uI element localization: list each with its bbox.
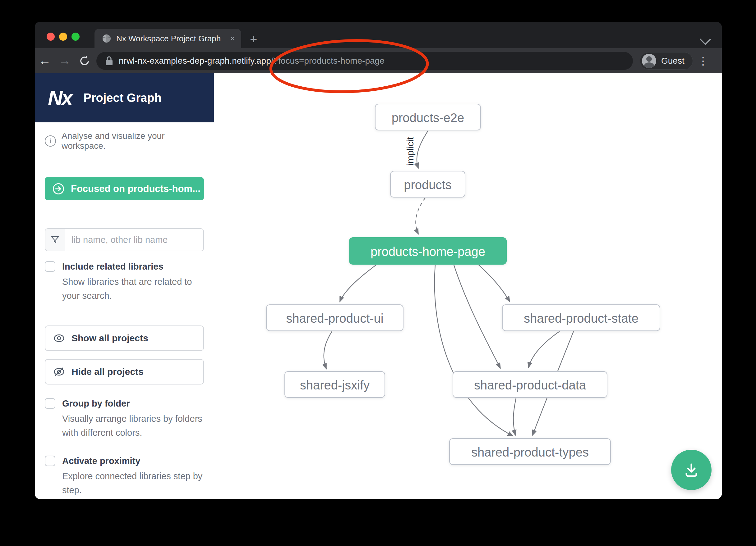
edge-home-types bbox=[435, 265, 513, 436]
download-icon bbox=[682, 461, 701, 479]
activate-proximity-checkbox[interactable] bbox=[45, 456, 55, 466]
include-related-description: Show libraries that are related to your … bbox=[62, 275, 204, 303]
group-by-folder-checkbox[interactable] bbox=[45, 398, 55, 409]
eye-icon bbox=[53, 334, 65, 342]
app-title: Project Graph bbox=[83, 91, 161, 105]
filter-input[interactable] bbox=[65, 229, 203, 251]
url-path: /?focus=products-home-page bbox=[271, 56, 385, 66]
edge-home-state bbox=[479, 265, 510, 302]
graph-node-shared-product-ui[interactable]: shared-product-ui bbox=[266, 304, 403, 331]
edge-home-ui bbox=[340, 265, 376, 302]
browser-window: Nx Workspace Project Graph × + ← → bbox=[35, 22, 722, 499]
tab-close-icon[interactable]: × bbox=[230, 34, 235, 44]
address-bar[interactable]: nrwl-nx-examples-dep-graph.netlify.app/?… bbox=[96, 52, 633, 70]
focused-on-button[interactable]: Focused on products-hom... bbox=[45, 177, 204, 200]
url-text: nrwl-nx-examples-dep-graph.netlify.app/?… bbox=[119, 56, 385, 66]
activate-proximity-label: Activate proximity bbox=[62, 455, 204, 467]
tagline-text: Analyse and visualize your workspace. bbox=[62, 131, 204, 151]
arrow-right-circle-icon bbox=[52, 183, 65, 195]
edge-ui-jsxify bbox=[324, 331, 332, 369]
funnel-icon bbox=[45, 229, 65, 251]
graph-node-shared-product-data[interactable]: shared-product-data bbox=[453, 371, 607, 398]
include-related-checkbox[interactable] bbox=[45, 261, 55, 272]
browser-menu-button[interactable]: ⋮ bbox=[693, 55, 713, 67]
graph-node-shared-product-state[interactable]: shared-product-state bbox=[502, 304, 660, 331]
graph-edges: implicit bbox=[214, 73, 722, 499]
back-button[interactable]: ← bbox=[35, 54, 55, 68]
edge-data-types bbox=[513, 398, 516, 435]
activate-proximity-description: Explore connected libraries step by step… bbox=[62, 469, 204, 497]
group-by-folder-label: Group by folder bbox=[62, 397, 204, 409]
edge-e2e-products bbox=[417, 131, 428, 168]
edge-label-implicit: implicit bbox=[405, 137, 415, 166]
traffic-lights bbox=[47, 33, 80, 41]
focused-on-label: Focused on products-hom... bbox=[71, 183, 201, 195]
info-icon: i bbox=[45, 135, 56, 147]
include-related-label: Include related libraries bbox=[62, 261, 204, 273]
hide-all-projects-label: Hide all projects bbox=[71, 366, 144, 377]
show-all-projects-label: Show all projects bbox=[71, 333, 148, 343]
graph-node-shared-jsxify[interactable]: shared-jsxify bbox=[284, 371, 385, 398]
active-tab[interactable]: Nx Workspace Project Graph × bbox=[95, 29, 241, 48]
forward-button[interactable]: → bbox=[55, 54, 75, 68]
graph-node-shared-product-types[interactable]: shared-product-types bbox=[449, 438, 611, 465]
filter-input-group bbox=[45, 228, 204, 251]
browser-toolbar: ← → nrwl-nx-examples-dep-graph.netlify.a… bbox=[35, 48, 722, 73]
tab-search-chevron-icon[interactable] bbox=[700, 34, 711, 45]
graph-node-products[interactable]: products bbox=[390, 171, 465, 198]
avatar-icon bbox=[642, 54, 656, 68]
graph-canvas[interactable]: implicit products-e2e products products-… bbox=[214, 73, 722, 499]
globe-favicon-icon bbox=[102, 34, 111, 43]
new-tab-button[interactable]: + bbox=[250, 34, 257, 45]
minimize-window-button[interactable] bbox=[59, 33, 67, 41]
hide-all-projects-button[interactable]: Hide all projects bbox=[45, 359, 204, 384]
sidebar: Nx Project Graph i Analyse and visualize… bbox=[35, 73, 214, 499]
zoom-window-button[interactable] bbox=[71, 33, 80, 41]
profile-button[interactable]: Guest bbox=[640, 52, 693, 70]
tab-strip: Nx Workspace Project Graph × + bbox=[35, 22, 722, 48]
page-content: Nx Project Graph i Analyse and visualize… bbox=[35, 73, 722, 499]
option-include-related: Include related libraries Show libraries… bbox=[45, 261, 204, 303]
lock-icon bbox=[105, 56, 113, 66]
url-domain: nrwl-nx-examples-dep-graph.netlify.app bbox=[119, 56, 271, 66]
graph-node-products-home-page[interactable]: products-home-page bbox=[349, 237, 507, 265]
edge-state-data bbox=[528, 331, 560, 368]
show-all-projects-button[interactable]: Show all projects bbox=[45, 325, 204, 351]
tagline-row: i Analyse and visualize your workspace. bbox=[45, 131, 204, 151]
nx-logo: Nx bbox=[48, 88, 71, 108]
option-group-by-folder: Group by folder Visually arrange librari… bbox=[45, 397, 204, 440]
reload-button[interactable] bbox=[75, 55, 95, 67]
screenshot-stage: Nx Workspace Project Graph × + ← → bbox=[0, 0, 756, 546]
download-graph-button[interactable] bbox=[671, 450, 712, 490]
graph-node-products-e2e[interactable]: products-e2e bbox=[375, 104, 481, 131]
sidebar-header: Nx Project Graph bbox=[35, 73, 214, 122]
eye-off-icon bbox=[53, 367, 65, 376]
edge-home-data bbox=[454, 265, 500, 368]
reload-icon bbox=[78, 55, 91, 67]
edge-products-home bbox=[416, 198, 425, 234]
group-by-folder-description: Visually arrange libraries by folders wi… bbox=[62, 412, 204, 440]
profile-name: Guest bbox=[661, 56, 685, 66]
tab-title: Nx Workspace Project Graph bbox=[116, 34, 226, 44]
option-activate-proximity: Activate proximity Explore connected lib… bbox=[45, 455, 204, 497]
close-window-button[interactable] bbox=[47, 33, 55, 41]
